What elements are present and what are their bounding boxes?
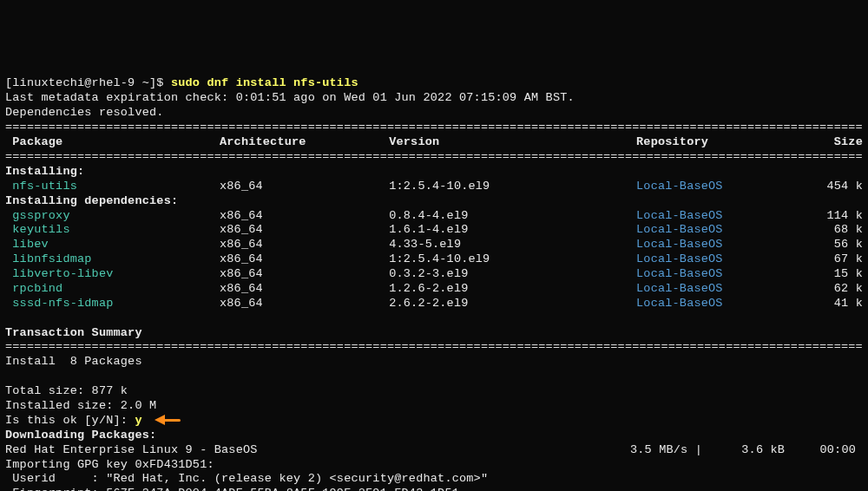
separator: ========================================… xyxy=(5,121,863,135)
download-name: Red Hat Enterprise Linux 9 - BaseOS xyxy=(5,443,630,458)
shell-prompt: [linuxtechi@rhel-9 ~]$ xyxy=(5,76,171,89)
pkg-repo: Local-BaseOS xyxy=(636,180,819,194)
table-row: gssproxyx86_640.8.4-4.el9Local-BaseOS114… xyxy=(5,209,863,224)
header-repo: Repository xyxy=(636,135,819,150)
table-row: libnfsidmapx86_641:2.5.4-10.el9Local-Bas… xyxy=(5,252,863,267)
deps-resolved: Dependencies resolved. xyxy=(5,106,164,119)
installing-deps-label: Installing dependencies: xyxy=(5,194,178,207)
table-row: rpcbindx86_641.2.6-2.el9Local-BaseOS62 k xyxy=(5,282,863,297)
download-row: Red Hat Enterprise Linux 9 - BaseOS3.5 M… xyxy=(5,443,863,458)
table-row: keyutilsx86_641.6.1-4.el9Local-BaseOS68 … xyxy=(5,223,863,238)
deps-list: gssproxyx86_640.8.4-4.el9Local-BaseOS114… xyxy=(5,209,863,311)
table-row: libevx86_644.33-5.el9Local-BaseOS56 k xyxy=(5,238,863,252)
installing-label: Installing: xyxy=(5,165,84,178)
download-speed: 3.5 MB/s | xyxy=(630,443,734,458)
install-count: Install 8 Packages xyxy=(5,355,142,368)
separator: ========================================… xyxy=(5,150,863,165)
downloading-label: Downloading Packages: xyxy=(5,429,156,442)
download-time: 00:00 xyxy=(804,443,856,458)
table-row: nfs-utilsx86_641:2.5.4-10.el9Local-BaseO… xyxy=(5,180,863,194)
confirm-answer-1[interactable]: y xyxy=(135,414,141,427)
pkg-arch: x86_64 xyxy=(220,180,389,194)
table-row: sssd-nfs-idmapx86_642.6.2-2.el9Local-Bas… xyxy=(5,297,863,311)
terminal-output: [linuxtechi@rhel-9 ~]$ sudo dnf install … xyxy=(5,62,863,492)
pkg-name: nfs-utils xyxy=(5,180,220,194)
confirm-prompt-1: Is this ok [y/N]: xyxy=(5,414,135,427)
separator: ========================================… xyxy=(5,340,863,355)
table-row: libverto-libevx86_640.3.2-3.el9Local-Bas… xyxy=(5,267,863,282)
header-package: Package xyxy=(5,135,220,150)
table-header: PackageArchitectureVersionRepositorySize xyxy=(5,135,863,150)
header-version: Version xyxy=(389,135,636,150)
metadata-check: Last metadata expiration check: 0:01:51 … xyxy=(5,91,575,104)
header-size: Size xyxy=(819,135,863,150)
installed-size: Installed size: 2.0 M xyxy=(5,399,156,412)
arrow-pointer-icon xyxy=(155,415,186,425)
command-text: sudo dnf install nfs-utils xyxy=(171,76,358,89)
gpg-userid: Userid : "Red Hat, Inc. (release key 2) … xyxy=(5,472,488,485)
gpg-fingerprint: Fingerprint: 567E 347A D004 4ADE 55BA 8A… xyxy=(5,487,459,491)
gpg-import-1: Importing GPG key 0xFD431D51: xyxy=(5,458,214,471)
total-size: Total size: 877 k xyxy=(5,384,128,397)
pkg-size: 454 k xyxy=(819,180,863,194)
transaction-summary-label: Transaction Summary xyxy=(5,326,142,339)
pkg-version: 1:2.5.4-10.el9 xyxy=(389,180,636,194)
download-size: 3.6 kB xyxy=(734,443,804,458)
header-arch: Architecture xyxy=(220,135,389,150)
